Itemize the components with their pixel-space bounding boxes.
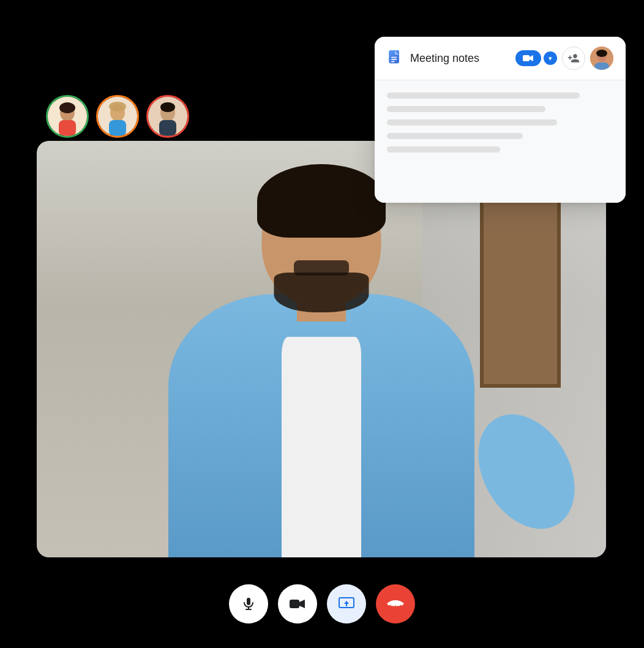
end-call-icon xyxy=(386,599,405,609)
avatar-face-1 xyxy=(48,97,87,136)
svg-point-11 xyxy=(160,102,175,112)
participants-list xyxy=(46,95,189,138)
participant-avatar-3 xyxy=(146,95,189,138)
svg-rect-6 xyxy=(109,120,126,136)
meeting-notes-panel: Meeting notes ▾ xyxy=(375,37,626,203)
person-hair xyxy=(257,164,386,238)
person-beard xyxy=(274,273,369,312)
call-controls xyxy=(229,584,415,624)
doc-line-1 xyxy=(387,92,580,99)
video-container xyxy=(37,141,606,557)
google-docs-icon xyxy=(387,50,404,67)
doc-line-5 xyxy=(387,146,500,153)
doc-line-4 xyxy=(387,133,523,139)
panel-actions: ▾ xyxy=(515,47,613,70)
svg-rect-20 xyxy=(594,62,609,70)
video-camera-button[interactable] xyxy=(515,50,541,66)
panel-title: Meeting notes xyxy=(410,52,509,65)
panel-body xyxy=(375,80,626,203)
doc-line-3 xyxy=(387,119,557,126)
user-avatar-image xyxy=(590,47,613,70)
microphone-button[interactable] xyxy=(229,584,268,624)
microphone-icon xyxy=(241,597,256,611)
panel-header: Meeting notes ▾ xyxy=(375,37,626,80)
svg-rect-17 xyxy=(523,55,530,61)
camera-button[interactable] xyxy=(278,584,317,624)
add-person-icon xyxy=(567,52,580,64)
video-camera-icon xyxy=(290,598,305,610)
svg-rect-14 xyxy=(391,57,397,58)
scene: Meeting notes ▾ xyxy=(0,0,644,648)
participant-avatar-2 xyxy=(96,95,139,138)
chevron-icon: ▾ xyxy=(549,55,552,62)
svg-point-3 xyxy=(59,102,75,113)
svg-rect-2 xyxy=(59,120,76,136)
participant-avatar-1 xyxy=(46,95,89,138)
svg-point-21 xyxy=(596,50,607,57)
avatar-face-2 xyxy=(98,97,137,136)
svg-rect-22 xyxy=(247,598,250,605)
camera-icon xyxy=(523,54,534,62)
end-call-button[interactable] xyxy=(376,584,415,624)
person-figure xyxy=(150,153,493,557)
share-screen-button[interactable] xyxy=(327,584,366,624)
svg-rect-25 xyxy=(290,600,299,608)
user-avatar xyxy=(590,47,613,70)
svg-rect-16 xyxy=(391,61,395,62)
avatar-face-3 xyxy=(148,97,187,136)
video-dropdown-button[interactable]: ▾ xyxy=(544,51,557,65)
svg-rect-10 xyxy=(159,120,176,136)
add-person-button[interactable] xyxy=(562,47,585,70)
share-screen-icon xyxy=(339,597,354,611)
person-mustache xyxy=(294,260,349,276)
doc-line-2 xyxy=(387,106,545,112)
person-inner-shirt xyxy=(282,337,361,557)
svg-point-7 xyxy=(109,102,126,111)
svg-rect-15 xyxy=(391,59,397,60)
